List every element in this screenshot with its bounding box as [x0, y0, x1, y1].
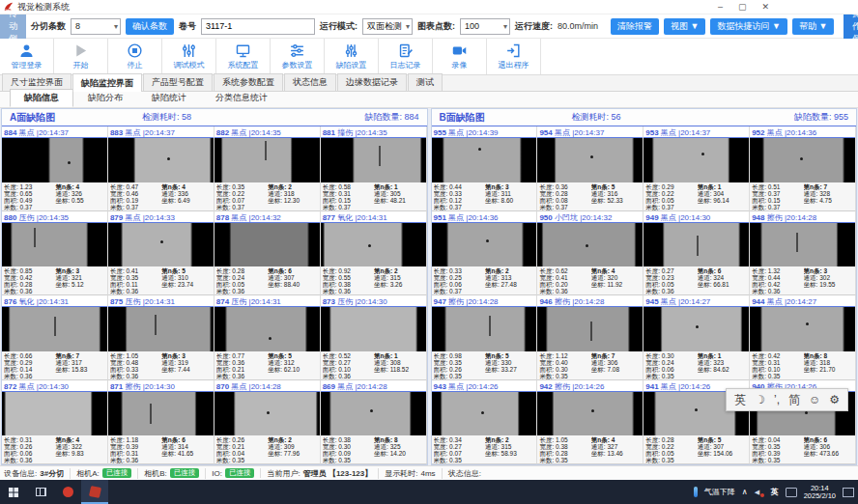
defect-image[interactable]: [432, 138, 537, 182]
defect-cell[interactable]: 874 压伤 |20:14:31长度: 0.77宽度: 0.36面积: 0.21…: [214, 295, 321, 380]
tray-expand-icon[interactable]: ∧: [742, 488, 748, 496]
defect-image[interactable]: [108, 307, 214, 351]
ime-punctuation-icon[interactable]: ’,: [774, 393, 780, 406]
touch-keyboard-icon[interactable]: [786, 488, 797, 497]
main-tab[interactable]: 边缘数据记录: [337, 73, 407, 91]
defect-image[interactable]: [644, 223, 749, 267]
defect-image[interactable]: [214, 307, 320, 351]
defect-cell[interactable]: 880 压伤 |20:14:35长度: 0.85宽度: 0.42面积: 0.28…: [2, 211, 108, 296]
defect-image[interactable]: [108, 392, 214, 436]
defect-image[interactable]: [537, 307, 643, 351]
defect-cell[interactable]: 952 黑点 |20:14:36长度: 0.51宽度: 0.37面积: 0.15…: [750, 126, 856, 211]
defect-cell[interactable]: 944 黑点 |20:14:27长度: 0.42宽度: 0.31面积: 0.10…: [750, 295, 856, 380]
help-menu-button[interactable]: 帮助 ▼: [792, 18, 834, 35]
defect-image[interactable]: [750, 307, 855, 351]
action-monitor-button[interactable]: 系统配置: [216, 39, 271, 74]
defect-image[interactable]: [432, 392, 537, 436]
run-mode-select[interactable]: 双面检测: [362, 18, 413, 35]
main-tab[interactable]: 状态信息: [284, 73, 336, 91]
defect-image[interactable]: [644, 307, 749, 351]
defect-image[interactable]: [644, 138, 749, 182]
defect-image[interactable]: [537, 138, 643, 182]
defect-image[interactable]: [432, 307, 537, 351]
maximize-button[interactable]: ▢: [738, 2, 747, 12]
defect-image[interactable]: [2, 223, 107, 267]
defect-cell[interactable]: 869 黑点 |20:14:28长度: 0.38宽度: 0.30面积: 0.09…: [321, 380, 427, 465]
defect-cell[interactable]: 947 擦伤 |20:14:28长度: 0.98宽度: 0.35面积: 0.26…: [432, 295, 538, 380]
sub-tab[interactable]: 缺陷信息: [10, 89, 73, 107]
action-user-button[interactable]: 管理登录: [0, 39, 54, 74]
ime-settings-icon[interactable]: ⚙: [829, 393, 840, 406]
defect-image[interactable]: [750, 223, 855, 267]
action-play-button[interactable]: 开始: [54, 39, 108, 74]
ime-language-indicator[interactable]: 英: [771, 487, 779, 497]
action-tune-button[interactable]: 调试模式: [162, 39, 216, 74]
action-exit-button[interactable]: 退出程序: [487, 39, 541, 74]
defect-cell[interactable]: 943 黑点 |20:14:26长度: 0.34宽度: 0.27面积: 0.07…: [432, 380, 538, 465]
defect-cell[interactable]: 879 黑点 |20:14:33长度: 0.41宽度: 0.35面积: 0.11…: [108, 211, 214, 296]
action-stop-button[interactable]: 停止: [108, 39, 162, 74]
defect-image[interactable]: [321, 307, 426, 351]
volume-icon[interactable]: [755, 488, 764, 497]
defect-cell[interactable]: 946 擦伤 |20:14:28长度: 1.12宽度: 0.40面积: 0.30…: [537, 295, 644, 380]
defect-cell[interactable]: 948 擦伤 |20:14:28长度: 1.32宽度: 0.44面积: 0.42…: [750, 211, 856, 296]
defect-cell[interactable]: 954 黑点 |20:14:37长度: 0.36宽度: 0.28面积: 0.08…: [537, 126, 644, 211]
data-access-menu-button[interactable]: 数据快捷访问 ▼: [710, 18, 786, 35]
ime-simplified-icon[interactable]: 简: [788, 392, 800, 408]
defect-cell[interactable]: 953 黑点 |20:14:37长度: 0.29宽度: 0.22面积: 0.05…: [644, 126, 750, 211]
minimize-button[interactable]: –: [718, 2, 723, 12]
defect-cell[interactable]: 955 黑点 |20:14:39长度: 0.44宽度: 0.33面积: 0.12…: [432, 126, 538, 211]
defect-cell[interactable]: 882 黑点 |20:14:35长度: 0.35宽度: 0.22面积: 0.07…: [214, 126, 321, 211]
defect-image[interactable]: [108, 138, 214, 182]
defect-image[interactable]: [537, 392, 643, 436]
ime-emoji-icon[interactable]: ☺: [809, 393, 820, 406]
defect-image[interactable]: [537, 223, 643, 267]
defect-cell[interactable]: 949 黑点 |20:14:30长度: 0.27宽度: 0.23面积: 0.05…: [644, 211, 750, 296]
defect-cell[interactable]: 942 擦伤 |20:14:26长度: 1.05宽度: 0.38面积: 0.28…: [537, 380, 644, 465]
action-sliders-button[interactable]: 参数设置: [271, 39, 325, 74]
weather-ticker[interactable]: 气温下降: [704, 487, 735, 497]
action-camera-button[interactable]: 录像: [433, 39, 487, 74]
ime-moon-icon[interactable]: ☽: [755, 393, 765, 406]
defect-cell[interactable]: 884 黑点 |20:14:37长度: 1.23宽度: 0.65面积: 0.49…: [2, 126, 108, 211]
defect-image[interactable]: [2, 307, 107, 351]
sub-tab[interactable]: 分类信息统计: [201, 89, 282, 107]
defect-cell[interactable]: 872 黑点 |20:14:30长度: 0.31宽度: 0.26面积: 0.06…: [2, 380, 108, 465]
defect-image[interactable]: [432, 223, 537, 267]
sub-tab[interactable]: 缺陷统计: [137, 89, 201, 107]
defect-cell[interactable]: 945 黑点 |20:14:27长度: 0.30宽度: 0.24面积: 0.06…: [644, 295, 750, 380]
main-tab[interactable]: 缺陷监控界面: [72, 73, 142, 92]
action-center-icon[interactable]: [843, 488, 854, 497]
split-count-select[interactable]: 8: [71, 18, 121, 35]
taskbar-clock[interactable]: 20:14 2025/2/10: [804, 485, 836, 500]
drive-side-button[interactable]: 传动侧: [0, 14, 26, 39]
defect-image[interactable]: [214, 392, 320, 436]
defect-cell[interactable]: 883 黑点 |20:14:37长度: 0.47宽度: 0.46面积: 0.19…: [108, 126, 214, 211]
defect-image[interactable]: [321, 223, 426, 267]
chart-points-select[interactable]: 100: [460, 18, 510, 35]
task-view-button[interactable]: [27, 480, 54, 504]
defect-cell[interactable]: 878 黑点 |20:14:32长度: 0.28宽度: 0.24面积: 0.05…: [214, 211, 321, 296]
browser-app-icon[interactable]: [54, 480, 81, 504]
defect-cell[interactable]: 870 黑点 |20:14:28长度: 0.26宽度: 0.21面积: 0.04…: [214, 380, 321, 465]
action-log-button[interactable]: 日志记录: [379, 39, 433, 74]
roll-number-input[interactable]: [201, 18, 315, 35]
defect-image[interactable]: [2, 138, 107, 182]
defect-image[interactable]: [2, 392, 107, 436]
operator-side-button[interactable]: 操作侧: [844, 14, 858, 39]
defect-image[interactable]: [750, 138, 855, 182]
defect-cell[interactable]: 876 氧化 |20:14:31长度: 0.66宽度: 0.29面积: 0.14…: [2, 295, 108, 380]
defect-image[interactable]: [108, 223, 214, 267]
start-button[interactable]: [0, 480, 27, 504]
clear-alarm-button[interactable]: 清除报警: [611, 18, 659, 35]
defect-cell[interactable]: 877 氧化 |20:14:31长度: 0.92宽度: 0.55面积: 0.38…: [321, 211, 427, 296]
defect-image[interactable]: [321, 138, 426, 182]
defect-cell[interactable]: 871 擦伤 |20:14:30长度: 1.18宽度: 0.39面积: 0.31…: [108, 380, 214, 465]
close-button[interactable]: ✕: [761, 2, 769, 12]
action-vsliders-button[interactable]: 缺陷设置: [325, 39, 379, 74]
defect-cell[interactable]: 951 黑点 |20:14:36长度: 0.33宽度: 0.25面积: 0.06…: [432, 211, 538, 296]
view-menu-button[interactable]: 视图 ▼: [664, 18, 705, 35]
defect-image[interactable]: [214, 223, 320, 267]
defect-cell[interactable]: 950 小凹坑 |20:14:32长度: 0.62宽度: 0.41面积: 0.2…: [537, 211, 644, 296]
defect-cell[interactable]: 875 压伤 |20:14:31长度: 1.05宽度: 0.48面积: 0.33…: [108, 295, 214, 380]
